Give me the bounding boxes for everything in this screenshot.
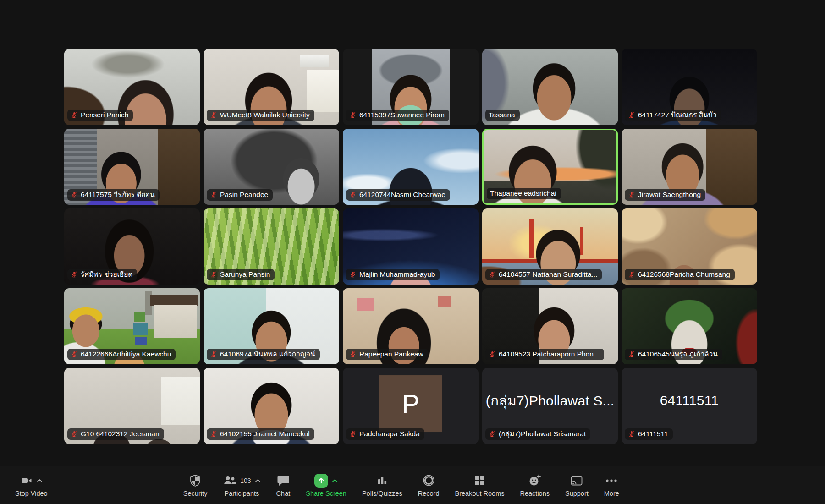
mic-muted-icon — [210, 430, 217, 438]
mic-muted-icon — [71, 191, 78, 198]
participant-name: Majlin Muhammad-ayub — [359, 270, 435, 279]
reactions-label: Reactions — [520, 490, 550, 497]
mic-muted-icon — [489, 351, 496, 358]
video-tile[interactable]: Sarunya Pansin — [204, 208, 339, 285]
video-tile[interactable]: 64106545นพรุจ ภูเก้าล้วน — [622, 288, 757, 364]
chat-button[interactable]: Chat — [269, 474, 298, 497]
participant-name-tag: 64111511 — [625, 428, 673, 440]
participant-name: 64115397Suwannee Pirom — [359, 111, 445, 119]
participant-name: Padcharapa Sakda — [359, 430, 420, 438]
security-button[interactable]: Security — [176, 474, 215, 497]
participant-name: 64126568Paricha Chumsang — [638, 270, 730, 279]
mic-muted-icon — [628, 430, 635, 438]
polls-quizzes-button[interactable]: Polls/Quizzes — [354, 474, 410, 497]
mic-muted-icon — [349, 271, 357, 278]
chevron-up-icon[interactable] — [37, 478, 43, 483]
reactions-button[interactable]: Reactions — [512, 474, 557, 497]
record-label: Record — [418, 490, 440, 497]
video-tile-active-speaker[interactable]: Thapanee eadsrichai — [482, 129, 618, 205]
video-tile[interactable]: Tassana — [482, 49, 618, 125]
video-tile[interactable]: 64106974 นันทพล แก้วกาญจน์ — [204, 288, 339, 364]
stop-video-button[interactable]: Stop Video — [7, 474, 55, 497]
participant-name: Tassana — [489, 111, 515, 119]
mic-muted-icon — [628, 271, 635, 278]
smiley-plus-icon — [528, 474, 541, 487]
participant-name: 64102155 Jiramet Maneekul — [220, 430, 310, 438]
participant-name-tag: 64102155 Jiramet Maneekul — [207, 428, 314, 440]
record-circle-icon — [423, 474, 435, 487]
chevron-up-icon[interactable] — [332, 478, 338, 483]
mic-muted-icon — [71, 271, 78, 278]
avatar: P — [380, 375, 442, 432]
participant-name: 64122666Arthittiya Kaewchu — [81, 350, 171, 358]
video-tile[interactable]: Rapeepan Pankeaw — [343, 288, 478, 364]
video-tile[interactable]: WUMeet8 Walailak Uniersity — [204, 49, 339, 125]
mic-muted-icon — [628, 191, 635, 198]
participant-name: (กลุ่ม7)Phollawat Srisanarat — [499, 430, 586, 438]
video-tile[interactable]: 64109523 Patcharaporn Phon... — [482, 288, 618, 364]
more-button[interactable]: More — [596, 474, 627, 497]
participant-name: 64117575 วีรภัทร ดีอ่อน — [81, 191, 155, 199]
video-tile[interactable]: 64122666Arthittiya Kaewchu — [64, 288, 200, 364]
video-tile[interactable]: 64104557 Nattanan Suraditta... — [482, 208, 618, 285]
stop-video-label: Stop Video — [15, 490, 48, 497]
video-tile[interactable]: P Padcharapa Sakda — [343, 368, 478, 444]
participant-name: 64104557 Nattanan Suraditta... — [499, 270, 597, 279]
polls-quizzes-label: Polls/Quizzes — [362, 490, 402, 497]
mic-muted-icon — [71, 351, 78, 358]
video-tile[interactable]: 64115397Suwannee Pirom — [343, 49, 478, 125]
participant-name-tag: 64117427 ปัณณธร สินบัว — [625, 110, 721, 121]
video-tile[interactable]: 64117427 ปัณณธร สินบัว — [622, 49, 757, 125]
participant-name-tag: 64122666Arthittiya Kaewchu — [67, 349, 176, 360]
chat-label: Chat — [276, 490, 291, 497]
meeting-toolbar: Stop Video Security 103 — [0, 466, 825, 504]
participant-name: รัศมีพร ช่วยเอียด — [81, 270, 132, 279]
video-tile[interactable]: Jirawat Saengthong — [622, 129, 757, 205]
participant-name-tag: รัศมีพร ช่วยเอียด — [67, 269, 137, 280]
support-button[interactable]: Support — [557, 474, 596, 497]
participant-name: Pasin Peandee — [220, 191, 268, 199]
support-screen-icon — [570, 475, 583, 486]
participants-button[interactable]: 103 Participants — [215, 474, 268, 497]
video-tile[interactable]: Pasin Peandee — [204, 129, 339, 205]
video-tile[interactable]: (กลุ่ม7)Phollawat S... (กลุ่ม7)Phollawat… — [482, 368, 618, 444]
video-tile[interactable]: Penseri Panich — [64, 49, 200, 125]
participant-name-tag: WUMeet8 Walailak Uniersity — [207, 110, 314, 121]
security-label: Security — [183, 490, 207, 497]
participant-name: 64109523 Patcharaporn Phon... — [499, 350, 600, 358]
participant-display-name: 64111511 — [622, 368, 757, 433]
participant-name-tag: Jirawat Saengthong — [625, 189, 705, 201]
mic-muted-icon — [349, 191, 357, 198]
participant-display-name: (กลุ่ม7)Phollawat S... — [482, 368, 618, 433]
participant-name: 64106974 นันทพล แก้วกาญจน์ — [220, 350, 315, 358]
participant-name: 64120744Nasmi Chearwae — [359, 191, 446, 199]
video-tile[interactable]: 64111511 64111511 — [622, 368, 757, 444]
video-tile[interactable]: 64120744Nasmi Chearwae — [343, 129, 478, 205]
mic-muted-icon — [71, 111, 78, 119]
video-tile[interactable]: 64102155 Jiramet Maneekul — [204, 368, 339, 444]
participant-name-tag: 64106545นพรุจ ภูเก้าล้วน — [625, 349, 722, 360]
record-button[interactable]: Record — [410, 474, 447, 497]
participant-name-tag: 64115397Suwannee Pirom — [346, 110, 449, 121]
participant-name-tag: 64109523 Patcharaporn Phon... — [485, 349, 604, 360]
breakout-rooms-button[interactable]: Breakout Rooms — [447, 474, 512, 497]
video-tile[interactable]: Majlin Muhammad-ayub — [343, 208, 478, 285]
breakout-rooms-label: Breakout Rooms — [455, 490, 505, 497]
share-screen-button[interactable]: Share Screen — [298, 474, 354, 497]
video-camera-icon — [20, 475, 33, 486]
mic-muted-icon — [349, 351, 357, 358]
video-tile[interactable]: 64117575 วีรภัทร ดีอ่อน — [64, 129, 200, 205]
breakout-rooms-icon — [474, 475, 485, 486]
participant-name: Rapeepan Pankeaw — [359, 350, 424, 358]
zoom-meeting-window: { "meeting": { "active_speaker": "Thapan… — [0, 0, 825, 504]
mic-muted-icon — [210, 111, 217, 119]
support-label: Support — [565, 490, 588, 497]
participants-count: 103 — [240, 477, 251, 484]
video-tile[interactable]: 64126568Paricha Chumsang — [622, 208, 757, 285]
mic-muted-icon — [210, 271, 217, 278]
mic-muted-icon — [210, 351, 217, 358]
video-tile[interactable]: รัศมีพร ช่วยเอียด — [64, 208, 200, 285]
video-tile[interactable]: G10 64102312 Jeeranan — [64, 368, 200, 444]
chevron-up-icon[interactable] — [255, 478, 261, 483]
share-screen-icon — [314, 474, 328, 488]
